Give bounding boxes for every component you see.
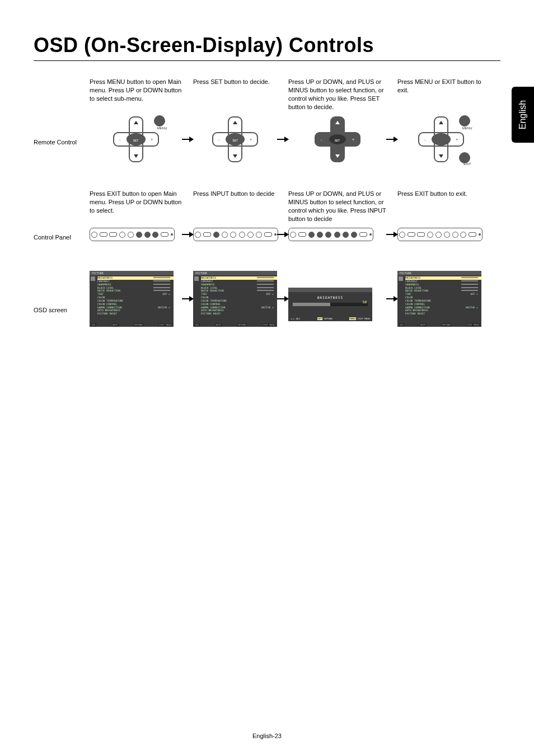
remote-diagram-1: - + MENU SET: [90, 114, 182, 165]
remote-step4: Press MENU or EXIT button to exit.: [397, 78, 484, 111]
set-label: SET: [232, 139, 238, 142]
page-number: English-23: [0, 732, 534, 739]
language-tab: English: [512, 87, 534, 143]
svg-text:+: +: [352, 138, 354, 142]
svg-marker-4: [134, 154, 138, 158]
svg-marker-25: [439, 154, 443, 158]
arrow-icon: [386, 234, 397, 235]
remote-diagram-2: - + SET: [193, 114, 277, 165]
svg-marker-11: [233, 154, 237, 158]
language-tab-label: English: [518, 100, 528, 129]
exit-button-icon: [459, 152, 470, 163]
svg-marker-10: [233, 121, 237, 124]
panel-row-label: Control Panel: [34, 228, 90, 241]
menu-button-icon: [459, 115, 470, 126]
svg-marker-24: [439, 121, 443, 124]
panel-step1: Press EXIT button to open Main menu. Pre…: [90, 190, 182, 223]
arrow-icon: [182, 234, 193, 235]
osd-screen-2: PICTURE BRIGHTNESSCONTRASTSHARPNESSBLACK…: [193, 271, 277, 327]
osd-screen-4: PICTURE BRIGHTNESSCONTRASTSHARPNESSBLACK…: [397, 271, 484, 327]
menu-button-icon: [154, 115, 165, 126]
svg-point-23: [432, 134, 450, 145]
set-label: SET: [335, 139, 340, 142]
svg-text:+: +: [151, 138, 153, 142]
remote-row-label: Remote Control: [34, 133, 90, 145]
control-panel-diagram-4: [397, 228, 484, 241]
arrow-icon: [182, 298, 193, 299]
remote-diagram-3: - + SET: [288, 114, 386, 165]
arrow-icon: [277, 139, 288, 140]
remote-step1: Press MENU button to open Main menu. Pre…: [90, 78, 182, 111]
svg-text:+: +: [456, 138, 458, 142]
osd-screen-3: BRIGHTNESS 50 ◄ ► ADJ SET RETURN MENU EX…: [288, 276, 386, 321]
svg-text:-: -: [119, 138, 121, 142]
svg-text:-: -: [218, 138, 220, 142]
control-panel-diagram-2: [193, 228, 277, 241]
osd-row-label: OSD screen: [34, 284, 90, 313]
arrow-icon: [386, 298, 397, 299]
menu-label: MENU: [157, 126, 167, 130]
control-panel-diagram-1: [90, 228, 182, 241]
remote-diagram-4: - + MENU EXIT: [397, 114, 484, 165]
exit-label: EXIT: [463, 162, 471, 166]
arrow-icon: [386, 139, 397, 140]
osd-screen-1: PICTURE BRIGHTNESSCONTRASTSHARPNESSBLACK…: [90, 271, 182, 327]
arrow-icon: [182, 139, 193, 140]
title-rule: [34, 60, 500, 61]
svg-text:-: -: [424, 138, 426, 142]
page-title: OSD (On-Screen-Display) Controls: [34, 34, 500, 57]
set-label: SET: [133, 139, 139, 142]
svg-text:+: +: [250, 138, 252, 142]
menu-label: MENU: [462, 126, 472, 130]
arrow-icon: [277, 234, 288, 235]
arrow-icon: [277, 298, 288, 299]
control-panel-diagram-3: [288, 228, 386, 241]
svg-marker-3: [134, 121, 138, 124]
remote-step3: Press UP or DOWN, and PLUS or MINUS butt…: [288, 78, 386, 111]
panel-step4: Press EXIT button to exit.: [397, 190, 484, 223]
remote-step2: Press SET button to decide.: [193, 78, 277, 111]
panel-step3: Press UP or DOWN, and PLUS or MINUS butt…: [288, 190, 386, 223]
panel-step2: Press INPUT button to decide: [193, 190, 277, 223]
